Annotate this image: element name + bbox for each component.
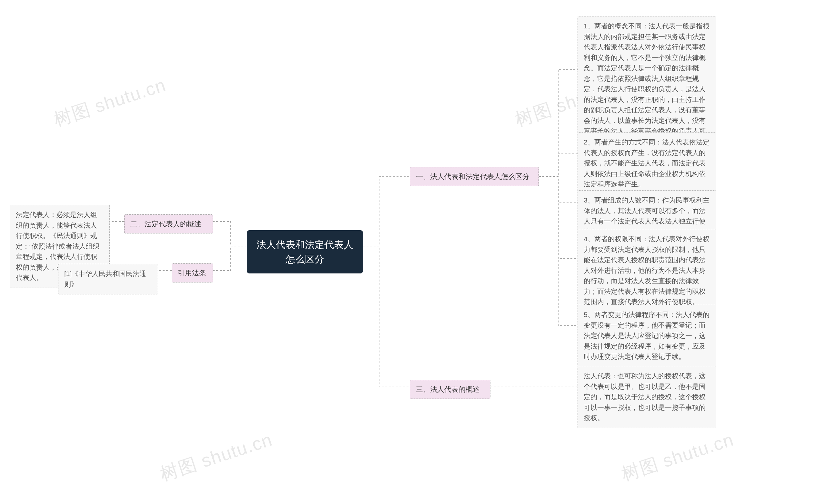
leaf-s1-item1: 1、两者的概念不同：法人代表一般是指根据法人的内部规定担任某一职务或由法定代表人… xyxy=(578,16,716,152)
watermark: 树图 shutu.cn xyxy=(157,428,276,487)
branch-citations: 引用法条 xyxy=(172,263,213,282)
branch-section2: 二、法定代表人的概述 xyxy=(124,214,213,234)
root-node: 法人代表和法定代表人怎么区分 xyxy=(247,230,363,273)
branch-section1: 一、法人代表和法定代表人怎么区分 xyxy=(410,167,539,186)
watermark: 树图 shutu.cn xyxy=(51,73,169,132)
leaf-citations-content: [1]《中华人民共和国民法通则》 xyxy=(58,264,158,295)
leaf-s3-content: 法人代表：也可称为法人的授权代表，这个代表可以是甲、也可以是乙，他不是固定的，而… xyxy=(578,366,716,428)
leaf-s1-item5: 5、两者变更的法律程序不同：法人代表的变更没有一定的程序，他不需要登记；而法定代… xyxy=(578,305,716,367)
leaf-s1-item2: 2、两者产生的方式不同：法人代表依法定代表人的授权而产生，没有法定代表人的授权，… xyxy=(578,132,716,194)
branch-section3: 三、法人代表的概述 xyxy=(410,380,490,399)
watermark: 树图 shutu.cn xyxy=(618,428,737,487)
leaf-s1-item4: 4、两者的权限不同：法人代表对外行使权力都要受到法定代表人授权的限制，他只能在法… xyxy=(578,229,716,312)
